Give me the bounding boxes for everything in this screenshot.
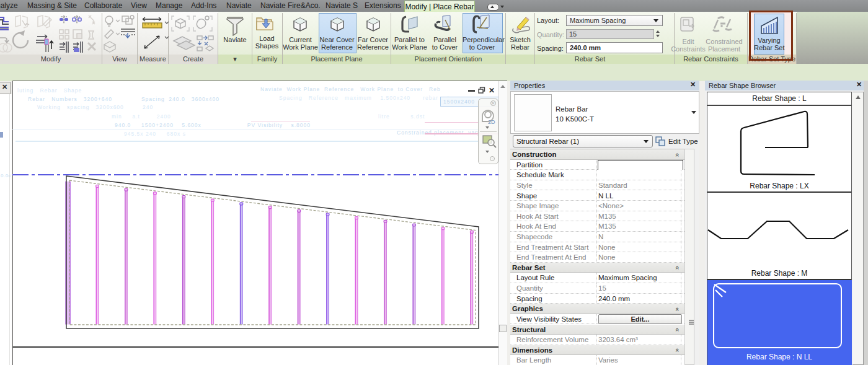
svg-text:2D: 2D <box>488 119 495 125</box>
